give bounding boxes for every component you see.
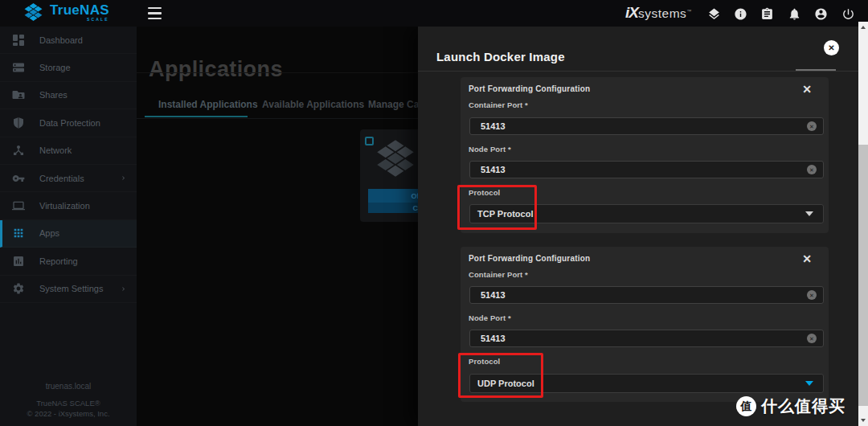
sidebar-item-system-settings[interactable]: System Settings: [0, 276, 137, 303]
remove-section-button[interactable]: ✕: [800, 252, 814, 266]
ixsystems-logo: iXsystems™: [625, 4, 691, 22]
clear-input-button[interactable]: ✕: [807, 121, 817, 131]
clipboard-icon: [760, 7, 774, 21]
user-account-icon: [814, 7, 828, 21]
container-port-input[interactable]: [469, 286, 824, 304]
tab-installed-applications[interactable]: Installed Applications: [158, 99, 258, 110]
container-port-label: Container Port *: [469, 270, 528, 279]
sidebar: Dashboard Storage Shares Data Protection…: [0, 27, 137, 426]
info-icon: [734, 7, 747, 21]
close-icon: ✕: [802, 83, 812, 96]
shared-folder-icon: [12, 88, 25, 101]
container-port-label: Container Port *: [469, 100, 528, 109]
power-button[interactable]: [840, 6, 856, 22]
sidebar-item-apps[interactable]: Apps: [0, 220, 137, 248]
trademark-symbol: ™: [686, 9, 691, 14]
close-icon: ✕: [828, 44, 834, 52]
truenas-logo-icon: [23, 2, 44, 22]
copyright-label: © 2022 - iXsystems, Inc.: [0, 409, 137, 418]
chevron-right-icon: [120, 174, 127, 182]
sidebar-label: Network: [39, 145, 72, 155]
storage-icon: [12, 61, 25, 74]
chevron-right-icon: [120, 285, 127, 293]
sidebar-label: Dashboard: [39, 35, 83, 45]
vertical-scrollbar[interactable]: [858, 22, 868, 426]
info-button[interactable]: [732, 6, 748, 22]
node-port-label: Node Port *: [469, 145, 511, 154]
brand-sub-label: SCALE: [87, 18, 109, 22]
truenas-charts-logo-icon: [373, 134, 418, 182]
power-icon: [841, 7, 855, 21]
dropdown-arrow-icon: [805, 381, 813, 386]
sidebar-item-credentials[interactable]: Credentials: [0, 165, 137, 192]
sidebar-item-dashboard[interactable]: Dashboard: [0, 27, 137, 54]
sidebar-label: Reporting: [39, 256, 78, 266]
truecommand-layers-icon: [707, 7, 721, 21]
close-icon: ✕: [802, 252, 812, 265]
sidebar-label: Credentials: [39, 174, 84, 183]
section-title: Port Forwarding Configuration: [469, 84, 590, 93]
watermark-text: 什么值得买: [761, 395, 845, 417]
scroll-down-arrow[interactable]: [858, 415, 868, 426]
clear-icon: ✕: [809, 293, 814, 298]
clear-icon: ✕: [809, 336, 814, 342]
sidebar-label: Data Protection: [39, 118, 100, 128]
sidebar-item-reporting[interactable]: Reporting: [0, 248, 137, 275]
product-label: TrueNAS SCALE®: [0, 399, 137, 408]
smzdm-logo-icon: 值: [736, 396, 756, 416]
brand-name: TrueNAS: [50, 3, 109, 17]
sidebar-label: Storage: [39, 63, 71, 72]
truenas-window: TrueNAS SCALE iXsystems™ Das: [0, 0, 868, 426]
sidebar-label: Virtualization: [39, 201, 90, 211]
truenas-logo[interactable]: TrueNAS SCALE: [23, 2, 109, 22]
container-port-input[interactable]: [469, 117, 824, 135]
node-port-label: Node Port *: [469, 313, 511, 322]
scroll-up-arrow[interactable]: [858, 22, 868, 33]
node-port-input[interactable]: [469, 330, 824, 347]
jobs-button[interactable]: [759, 6, 775, 22]
dialog-close-button[interactable]: ✕: [824, 40, 839, 55]
truecommand-button[interactable]: [706, 6, 722, 22]
divider-highlight: [796, 69, 836, 71]
page-title: Applications: [149, 57, 283, 82]
sidebar-item-network[interactable]: Network: [0, 137, 137, 165]
dropdown-arrow-icon: [805, 211, 813, 216]
sidebar-label: Apps: [39, 228, 59, 238]
laptop-icon: [12, 199, 25, 212]
key-icon: [12, 172, 25, 185]
dialog-title: Launch Docker Image: [436, 50, 565, 63]
annotation-box-udp-protocol: [458, 353, 543, 398]
scrollbar-thumb[interactable]: [858, 145, 868, 406]
sidebar-label: Shares: [39, 90, 68, 100]
network-hub-icon: [12, 144, 25, 157]
sidebar-label: System Settings: [39, 284, 103, 293]
clear-input-button[interactable]: ✕: [807, 290, 817, 300]
bell-icon: [788, 7, 801, 21]
sidebar-item-virtualization[interactable]: Virtualization: [0, 192, 137, 219]
dashboard-icon: [12, 34, 25, 47]
clear-input-button[interactable]: ✕: [807, 165, 817, 174]
bar-chart-icon: [12, 255, 25, 268]
clear-icon: ✕: [809, 124, 814, 129]
clear-input-button[interactable]: ✕: [807, 334, 817, 343]
ixsystems-logo-ix: iX: [625, 4, 638, 21]
alerts-button[interactable]: [786, 6, 802, 22]
node-port-input[interactable]: [469, 161, 824, 178]
apps-grid-icon: [12, 227, 25, 240]
ixsystems-logo-rest: systems: [638, 6, 686, 20]
sidebar-item-shares[interactable]: Shares: [0, 82, 137, 109]
tab-available-applications[interactable]: Available Applications: [262, 99, 364, 110]
account-button[interactable]: [813, 6, 829, 22]
divider: [137, 72, 418, 73]
gear-icon: [12, 282, 25, 295]
active-tab-underline: [145, 116, 248, 117]
sidebar-item-storage[interactable]: Storage: [0, 54, 137, 81]
shield-icon: [12, 117, 25, 129]
menu-toggle-button[interactable]: [148, 7, 162, 19]
smzdm-watermark: 值 什么值得买: [736, 395, 845, 417]
sidebar-item-data-protection[interactable]: Data Protection: [0, 109, 137, 137]
remove-section-button[interactable]: ✕: [800, 82, 814, 96]
divider: [418, 71, 858, 72]
clear-icon: ✕: [809, 167, 814, 173]
section-title: Port Forwarding Configuration: [469, 254, 590, 263]
